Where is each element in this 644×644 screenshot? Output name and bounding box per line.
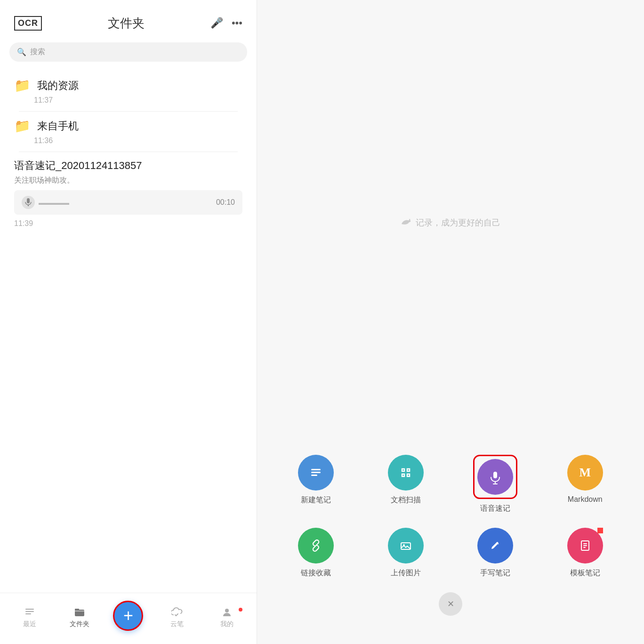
action-label-voice-note: 语音速记	[480, 504, 510, 514]
audio-duration: 00:10	[216, 198, 235, 207]
folder-list: 📁 我的资源 11:37 📁 来自手机 11:36 语音速记_202011241…	[0, 71, 257, 593]
action-label-handwrite: 手写笔记	[480, 568, 510, 578]
action-voice-note[interactable]: 语音速记	[472, 455, 519, 514]
svg-point-8	[408, 219, 409, 220]
folder-name-from-phone: 来自手机	[37, 119, 79, 133]
cloud-notes-icon	[171, 607, 183, 618]
svg-rect-3	[25, 611, 34, 612]
svg-rect-12	[402, 469, 404, 471]
nav-item-recent[interactable]: 最近	[13, 607, 46, 628]
svg-rect-16	[493, 472, 497, 478]
svg-rect-6	[75, 609, 79, 611]
action-markdown[interactable]: M Markdown	[562, 455, 609, 514]
svg-rect-2	[25, 609, 34, 610]
microphone-icon[interactable]: 🎤	[210, 17, 223, 29]
svg-rect-14	[402, 474, 404, 476]
svg-rect-24	[583, 547, 586, 548]
action-doc-scan[interactable]: 文档扫描	[382, 455, 429, 514]
action-row-1: 新建笔记 文档扫描	[271, 455, 630, 514]
folder-time-from-phone: 11:36	[9, 137, 247, 152]
header-icons: 🎤 •••	[210, 17, 242, 29]
svg-rect-22	[583, 543, 587, 544]
svg-rect-5	[75, 610, 84, 616]
close-icon: ✕	[447, 599, 454, 609]
action-label-template-note: 模板笔记	[570, 568, 600, 578]
folders-icon	[74, 607, 85, 618]
action-label-link-collect: 链接收藏	[301, 568, 331, 578]
search-bar[interactable]: 🔍 搜索	[9, 42, 247, 62]
more-icon[interactable]: •••	[232, 17, 242, 29]
folder-item-my-resources[interactable]: 📁 我的资源	[9, 71, 247, 96]
nav-label-cloud-notes: 云笔	[170, 620, 184, 628]
svg-rect-0	[27, 198, 30, 203]
folder-name-my-resources: 我的资源	[37, 79, 79, 93]
svg-rect-10	[311, 472, 321, 473]
left-panel: OCR 文件夹 🎤 ••• 🔍 搜索 📁 我的资源 11:37 📁 来自手机 1…	[0, 0, 257, 644]
svg-point-7	[225, 609, 229, 612]
svg-rect-18	[493, 483, 498, 484]
action-upload-image[interactable]: 上传图片	[382, 528, 429, 578]
folder-item-from-phone[interactable]: 📁 来自手机	[9, 112, 247, 137]
folder-icon-from-phone: 📁	[14, 118, 31, 134]
svg-rect-17	[495, 482, 496, 483]
template-note-dot	[597, 528, 603, 533]
search-icon: 🔍	[17, 48, 26, 56]
audio-mic-icon	[22, 196, 35, 209]
markdown-icon: M	[567, 455, 603, 491]
action-grid: 新建笔记 文档扫描	[257, 445, 644, 644]
recent-icon	[24, 607, 35, 618]
nav-item-folders[interactable]: 文件夹	[63, 607, 96, 628]
handwrite-icon	[477, 528, 513, 564]
action-label-upload-image: 上传图片	[391, 568, 421, 578]
doc-scan-icon	[388, 455, 424, 491]
right-panel: 记录，成为更好的自己 新建笔记	[257, 0, 644, 644]
svg-rect-1	[28, 205, 29, 206]
nav-label-recent: 最近	[23, 620, 36, 628]
placeholder-text: 记录，成为更好的自己	[416, 217, 500, 228]
bird-icon	[401, 217, 411, 228]
folder-time-my-resources: 11:37	[9, 96, 247, 111]
nav-label-folders: 文件夹	[70, 620, 89, 628]
svg-rect-9	[311, 469, 321, 470]
nav-item-cloud-notes[interactable]: 云笔	[161, 607, 193, 628]
right-placeholder: 记录，成为更好的自己	[401, 217, 500, 228]
ocr-logo[interactable]: OCR	[14, 16, 42, 31]
new-note-icon	[298, 455, 334, 491]
action-new-note[interactable]: 新建笔记	[292, 455, 339, 514]
audio-left: ▬▬▬▬▬	[22, 196, 69, 209]
action-template-note[interactable]: 模板笔记	[562, 528, 609, 578]
note-time: 11:39	[14, 219, 242, 234]
action-handwrite[interactable]: 手写笔记	[472, 528, 519, 578]
svg-rect-11	[311, 475, 317, 476]
svg-rect-4	[25, 613, 31, 614]
action-label-markdown: Markdown	[568, 495, 603, 504]
note-subtitle: 关注职场神助攻。	[14, 176, 242, 185]
mine-icon	[221, 607, 233, 618]
page-title: 文件夹	[108, 15, 145, 32]
action-label-doc-scan: 文档扫描	[391, 495, 421, 505]
action-label-new-note: 新建笔记	[301, 495, 331, 505]
header: OCR 文件夹 🎤 •••	[0, 0, 257, 42]
note-item-voice[interactable]: 语音速记_20201124113857 关注职场神助攻。 ▬▬▬▬▬ 00:10…	[9, 152, 247, 237]
link-collect-icon	[298, 528, 334, 564]
svg-rect-15	[407, 474, 410, 476]
action-row-2: 链接收藏 上传图片	[271, 528, 630, 578]
bottom-nav: 最近 文件夹 + 云笔	[0, 593, 257, 644]
search-placeholder: 搜索	[30, 47, 45, 57]
audio-player[interactable]: ▬▬▬▬▬ 00:10	[14, 190, 242, 215]
folder-icon-my-resources: 📁	[14, 78, 31, 93]
action-link-collect[interactable]: 链接收藏	[292, 528, 339, 578]
svg-rect-19	[401, 543, 411, 549]
fab-add-button[interactable]: +	[113, 601, 143, 631]
audio-wave: ▬▬▬▬▬	[39, 199, 69, 206]
voice-note-icon	[477, 459, 513, 495]
close-action-button[interactable]: ✕	[439, 592, 462, 616]
svg-rect-13	[407, 469, 410, 471]
svg-rect-23	[583, 545, 587, 546]
voice-note-highlight-border	[473, 455, 517, 499]
note-title: 语音速记_20201124113857	[14, 159, 242, 173]
nav-label-mine: 我的	[220, 620, 233, 628]
right-placeholder-area: 记录，成为更好的自己	[257, 0, 644, 445]
upload-image-icon	[388, 528, 424, 564]
nav-item-mine[interactable]: 我的	[210, 607, 243, 628]
